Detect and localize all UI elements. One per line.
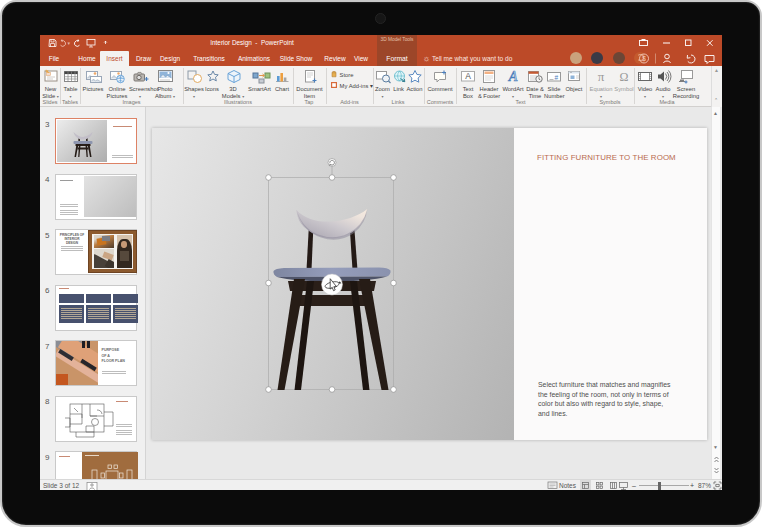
svg-text:▾: ▾ — [68, 40, 71, 46]
svg-text:Ω: Ω — [620, 70, 629, 84]
svg-text:A: A — [508, 69, 518, 84]
svg-text:#: # — [554, 74, 558, 81]
svg-text:$: $ — [642, 55, 646, 62]
svg-text:π: π — [598, 69, 605, 84]
svg-text:A: A — [465, 71, 471, 81]
